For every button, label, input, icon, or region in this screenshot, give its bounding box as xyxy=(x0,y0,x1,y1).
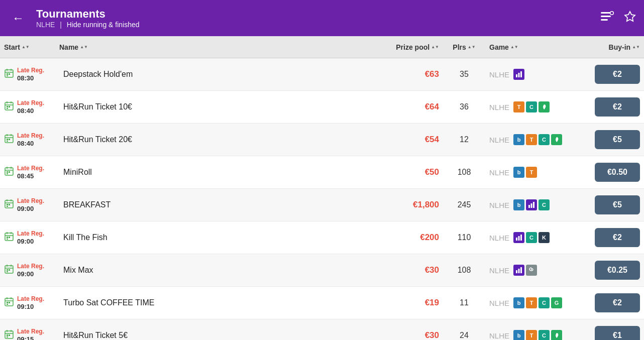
game-label: NLHE xyxy=(489,299,509,307)
calendar-icon xyxy=(4,166,14,179)
svg-rect-2 xyxy=(601,19,608,21)
game-icon-leaf xyxy=(539,101,550,112)
buyin-button[interactable]: €5 xyxy=(595,195,640,214)
start-time: 09:00 xyxy=(17,270,44,278)
header: ← Tournaments NLHE | Hide running & fini… xyxy=(0,0,644,36)
svg-rect-54 xyxy=(516,238,517,241)
table-row[interactable]: Late Reg. 08:45 MiniRoll €50 108 NLHE bT… xyxy=(0,156,644,189)
game-icon-swirl xyxy=(526,265,537,276)
table-row[interactable]: Late Reg. 09:00 BREAKFAST €1,800 245 NLH… xyxy=(0,189,644,221)
star-icon[interactable] xyxy=(624,11,636,26)
start-time: 09:10 xyxy=(17,303,44,310)
buyin-button[interactable]: €2 xyxy=(595,293,640,312)
header-subtitle: NLHE | Hide running & finished xyxy=(36,21,140,29)
calendar-icon xyxy=(4,68,14,81)
cell-start: Late Reg. 08:30 xyxy=(4,67,59,82)
hide-running-link[interactable]: Hide running & finished xyxy=(67,21,140,29)
game-icon-C: C xyxy=(539,134,550,145)
cell-start: Late Reg. 09:00 xyxy=(4,197,59,213)
svg-rect-34 xyxy=(7,171,8,173)
buyin-button[interactable]: €0.50 xyxy=(595,163,640,182)
buyin-cell: €2 xyxy=(570,97,640,117)
game-icons xyxy=(513,69,524,80)
svg-rect-42 xyxy=(9,204,10,205)
sort-arrows-plrs: ▲▼ xyxy=(468,45,476,49)
table-row[interactable]: Late Reg. 09:00 Kill The Fish €200 110 N… xyxy=(0,221,644,254)
cell-start: Late Reg. 09:00 xyxy=(4,230,59,246)
game-icons: CK xyxy=(513,232,550,243)
svg-rect-71 xyxy=(7,302,8,303)
game-cell: NLHE bTC xyxy=(489,330,570,340)
start-info: Late Reg. 09:10 xyxy=(17,295,44,311)
buyin-button[interactable]: €1 xyxy=(595,326,640,340)
table-body: Late Reg. 08:30 Deepstack Hold'em €63 35… xyxy=(0,58,644,340)
players-count: 108 xyxy=(439,168,489,177)
col-name[interactable]: Name ▲▼ xyxy=(59,43,359,51)
start-status: Late Reg. xyxy=(17,99,44,107)
table-row[interactable]: Late Reg. 08:40 Hit&Run Ticket 10€ €64 3… xyxy=(0,91,644,124)
filter-icon[interactable] xyxy=(601,11,614,25)
game-icon-b: b xyxy=(513,330,524,340)
game-icon-T: T xyxy=(526,134,537,145)
table-row[interactable]: Late Reg. 08:40 Hit&Run Ticket 20€ €54 1… xyxy=(0,124,644,156)
header-right xyxy=(601,11,636,26)
game-icon-G: G xyxy=(551,297,562,308)
prize-pool: €1,800 xyxy=(359,200,439,210)
col-game[interactable]: Game ▲▼ xyxy=(489,43,570,51)
players-count: 24 xyxy=(439,331,489,340)
game-icon-C: C xyxy=(539,199,550,210)
svg-rect-72 xyxy=(9,302,10,303)
players-count: 36 xyxy=(439,102,489,111)
game-icon-chart xyxy=(513,69,524,80)
tournament-name: Mix Max xyxy=(59,266,359,275)
game-icon-C: C xyxy=(526,232,537,243)
players-count: 11 xyxy=(439,298,489,307)
table-header: Start ▲▼ Name ▲▼ Prize pool ▲▼ Plrs ▲▼ G… xyxy=(0,36,644,58)
buyin-button[interactable]: €2 xyxy=(595,97,640,117)
svg-rect-80 xyxy=(7,336,8,337)
svg-rect-51 xyxy=(7,237,8,238)
col-buyin[interactable]: Buy-in ▲▼ xyxy=(570,43,640,51)
buyin-cell: €2 xyxy=(570,293,640,312)
prize-pool: €30 xyxy=(359,330,439,340)
table-row[interactable]: Late Reg. 09:15 Hit&Run Ticket 5€ €30 24… xyxy=(0,319,644,340)
col-plrs[interactable]: Plrs ▲▼ xyxy=(439,43,489,51)
calendar-icon xyxy=(4,297,14,309)
table-row[interactable]: Late Reg. 09:10 Turbo Sat COFFEE TIME €1… xyxy=(0,287,644,319)
game-icons xyxy=(513,265,537,276)
players-count: 110 xyxy=(439,233,489,242)
calendar-icon xyxy=(4,134,14,146)
buyin-button[interactable]: €2 xyxy=(595,228,640,247)
svg-rect-11 xyxy=(9,73,10,75)
start-status: Late Reg. xyxy=(17,328,44,336)
game-icons: bT xyxy=(513,167,537,178)
game-icon-b: b xyxy=(513,167,524,178)
buyin-cell: €2 xyxy=(570,65,640,84)
buyin-button[interactable]: €5 xyxy=(595,130,640,149)
table-row[interactable]: Late Reg. 08:30 Deepstack Hold'em €63 35… xyxy=(0,58,644,91)
svg-rect-66 xyxy=(520,267,522,273)
table-row[interactable]: Late Reg. 09:00 Mix Max €30 108 NLHE €0.… xyxy=(0,254,644,287)
buyin-cell: €5 xyxy=(570,195,640,214)
col-start[interactable]: Start ▲▼ xyxy=(4,43,59,51)
start-time: 09:00 xyxy=(17,205,44,212)
col-prize[interactable]: Prize pool ▲▼ xyxy=(359,43,439,51)
start-time: 09:15 xyxy=(17,335,44,340)
buyin-button[interactable]: €0.25 xyxy=(595,261,640,280)
prize-pool: €63 xyxy=(359,69,439,79)
game-icons: bTC xyxy=(513,134,562,145)
game-cell: NLHE bTC xyxy=(489,134,570,145)
prize-pool: €19 xyxy=(359,298,439,308)
buyin-button[interactable]: €2 xyxy=(595,65,640,84)
game-icon-C: C xyxy=(539,330,550,340)
start-status: Late Reg. xyxy=(17,295,44,303)
players-count: 245 xyxy=(439,200,489,209)
back-button[interactable]: ← xyxy=(8,9,28,27)
game-cell: NLHE CK xyxy=(489,232,570,243)
prize-pool: €50 xyxy=(359,167,439,177)
header-left: ← Tournaments NLHE | Hide running & fini… xyxy=(8,8,140,29)
svg-rect-44 xyxy=(528,205,530,208)
svg-rect-12 xyxy=(7,75,8,76)
sort-arrows-buyin: ▲▼ xyxy=(632,45,640,49)
start-time: 08:30 xyxy=(17,74,44,82)
